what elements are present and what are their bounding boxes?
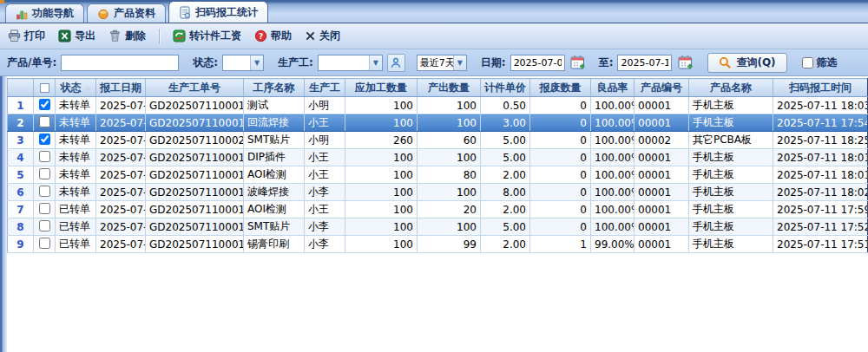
- cell-product-no: 00001: [635, 201, 689, 218]
- filter-toggle: 筛选: [802, 55, 838, 70]
- column-header-order-no[interactable]: 生产工单号: [146, 79, 244, 97]
- cell-scan-time: 2025-07-11 17:59:13: [773, 201, 868, 218]
- cell-status: 未转单: [56, 132, 96, 149]
- tab-function-nav[interactable]: 功能导航: [5, 3, 84, 23]
- column-header-product-name[interactable]: 产品名称: [689, 79, 773, 97]
- to-label: 至:: [599, 55, 614, 70]
- print-button[interactable]: 打印: [8, 29, 45, 43]
- cell-product-no: 00001: [635, 166, 689, 184]
- row-checkbox-cell: [34, 97, 56, 114]
- cell-process-name: 波峰焊接: [244, 184, 305, 201]
- tab-product-data[interactable]: 产品资料: [87, 3, 166, 23]
- row-checkbox[interactable]: [39, 99, 50, 110]
- cell-order-no: GD202507110001: [146, 97, 244, 114]
- table-row[interactable]: 7已转单2025-07-11GD202507110001AOI检测小王10020…: [8, 201, 868, 218]
- row-checkbox[interactable]: [39, 220, 50, 231]
- table-row[interactable]: 9已转单2025-07-11GD202507110001锡膏印刷小李100992…: [8, 236, 868, 253]
- cell-scrap-qty: 0: [530, 201, 591, 218]
- row-checkbox-cell: [34, 218, 56, 236]
- table-row[interactable]: 2未转单2025-07-11GD202507110001回流焊接小王100100…: [8, 114, 868, 132]
- select-all-checkbox-icon: [40, 83, 49, 93]
- row-checkbox[interactable]: [39, 116, 50, 127]
- cell-plan-qty: 100: [345, 97, 418, 114]
- column-header-status[interactable]: 状态: [56, 79, 96, 97]
- search-icon: [719, 56, 732, 69]
- cell-report-date: 2025-07-11: [96, 236, 146, 253]
- table-row[interactable]: 5未转单2025-07-11GD202507110001AOI检测小王10080…: [8, 166, 868, 184]
- export-label: 导出: [75, 29, 95, 43]
- help-button[interactable]: ? 帮助: [254, 29, 292, 43]
- cell-scrap-qty: 0: [530, 218, 591, 236]
- query-button[interactable]: 查询(Q): [707, 53, 786, 73]
- column-header-output-qty[interactable]: 产出数量: [418, 79, 481, 97]
- row-number: 8: [8, 218, 34, 236]
- column-header-scrap-qty[interactable]: 报废数量: [530, 79, 591, 97]
- table-row[interactable]: 1未转单2025-07-11GD202507110001测试小明1001000.…: [8, 97, 868, 114]
- date-from-calendar-button[interactable]: [569, 54, 588, 72]
- table-row[interactable]: 8已转单2025-07-11GD202507110001SMT贴片小李10010…: [8, 218, 868, 236]
- cell-output-qty: 100: [418, 184, 481, 201]
- date-to-calendar-button[interactable]: [676, 54, 694, 72]
- cell-yield-rate: 100.00%: [591, 201, 635, 218]
- cell-yield-rate: 100.00%: [591, 218, 635, 236]
- row-checkbox[interactable]: [39, 186, 50, 197]
- column-header-yield-rate[interactable]: 良品率: [591, 79, 635, 97]
- row-checkbox[interactable]: [39, 203, 50, 214]
- date-to-input[interactable]: [617, 55, 672, 71]
- transfer-icon: [173, 29, 186, 42]
- column-header-process-name[interactable]: 工序名称: [244, 79, 305, 97]
- row-checkbox[interactable]: [39, 151, 50, 162]
- column-header-piece-price[interactable]: 计件单价: [481, 79, 530, 97]
- export-button[interactable]: 导出: [58, 29, 95, 43]
- close-button[interactable]: 关闭: [305, 29, 340, 43]
- row-checkbox[interactable]: [39, 134, 50, 145]
- tab-label: 扫码报工统计: [195, 5, 258, 20]
- cell-output-qty: 60: [418, 132, 481, 149]
- column-header-worker[interactable]: 生产工: [305, 79, 345, 97]
- cell-product-name: 手机主板: [689, 166, 773, 184]
- row-number: 2: [8, 114, 34, 132]
- svg-text:?: ?: [259, 32, 263, 41]
- cell-status: 已转单: [56, 201, 96, 218]
- delete-button[interactable]: 删除: [108, 29, 146, 43]
- table-row[interactable]: 3未转单2025-07-11GD202507110002SMT贴片小明26060…: [8, 132, 868, 149]
- cell-scan-time: 2025-07-11 18:25:45: [773, 132, 868, 149]
- worker-dropdown[interactable]: ▼: [318, 55, 383, 71]
- date-range-dropdown[interactable]: 最近7天 ▼: [417, 55, 467, 71]
- column-header-scan-time[interactable]: 扫码报工时间: [773, 79, 868, 97]
- cell-piece-price: 5.00: [481, 218, 530, 236]
- nav-chart-icon: [16, 8, 28, 20]
- column-header-plan-qty[interactable]: 应加工数量: [345, 79, 418, 97]
- calendar-icon: [570, 55, 586, 70]
- close-icon: [305, 30, 316, 42]
- transfer-piece-wage-button[interactable]: 转计件工资: [173, 29, 241, 43]
- cell-process-name: SMT贴片: [244, 218, 305, 236]
- print-label: 打印: [24, 29, 45, 43]
- date-from-input[interactable]: [510, 55, 565, 71]
- cell-process-name: SMT贴片: [244, 132, 305, 149]
- cell-scan-time: 2025-07-11 18:02:52: [773, 184, 868, 201]
- cell-product-name: 手机主板: [689, 218, 773, 236]
- column-header-report-date[interactable]: 报工日期: [96, 79, 146, 97]
- row-checkbox[interactable]: [39, 238, 50, 249]
- tab-strip: 功能导航 产品资料 扫码报工统计: [0, 0, 868, 23]
- cell-report-date: 2025-07-11: [96, 97, 146, 114]
- filter-checkbox[interactable]: [802, 57, 813, 68]
- cell-worker: 小王: [305, 166, 345, 184]
- select-all-header[interactable]: [34, 79, 56, 97]
- select-worker-button[interactable]: [387, 54, 405, 72]
- table-row[interactable]: 6未转单2025-07-11GD202507110001波峰焊接小李100100…: [8, 184, 868, 201]
- row-checkbox[interactable]: [39, 168, 50, 179]
- cell-report-date: 2025-07-11: [96, 166, 146, 184]
- cell-order-no: GD202507110001: [146, 114, 244, 132]
- column-header-product-no[interactable]: 产品编号: [635, 79, 689, 97]
- row-checkbox-cell: [34, 132, 56, 149]
- report-doc-icon: [179, 6, 191, 19]
- cell-worker: 小明: [305, 132, 345, 149]
- cell-status: 已转单: [56, 218, 96, 236]
- status-dropdown[interactable]: ▼: [222, 55, 264, 71]
- tab-scan-report-stats[interactable]: 扫码报工统计: [168, 1, 268, 23]
- cell-status: 未转单: [56, 184, 96, 201]
- product-order-input[interactable]: [61, 55, 179, 71]
- table-row[interactable]: 4未转单2025-07-11GD202507110001DIP插件小王10010…: [8, 149, 868, 166]
